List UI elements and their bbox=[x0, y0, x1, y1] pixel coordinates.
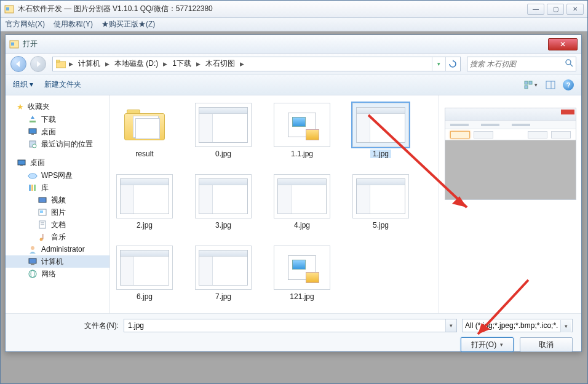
nav-item-user[interactable]: Administrator bbox=[6, 243, 109, 255]
file-item[interactable]: 1.1.jpg bbox=[274, 103, 330, 158]
chevron-right-icon[interactable]: ▶ bbox=[195, 61, 202, 67]
toolbar-newfolder[interactable]: 新建文件夹 bbox=[44, 79, 81, 90]
computer-icon bbox=[28, 257, 38, 266]
chevron-right-icon[interactable]: ▶ bbox=[68, 61, 74, 67]
nav-forward-button[interactable] bbox=[30, 56, 46, 72]
svg-rect-23 bbox=[20, 165, 23, 166]
breadcrumb-folder2[interactable]: 木石切图 bbox=[202, 57, 239, 71]
nav-item-computer[interactable]: 计算机 bbox=[6, 255, 109, 268]
menu-item-buy[interactable]: ★购买正版★(Z) bbox=[101, 19, 155, 30]
search-input[interactable] bbox=[470, 60, 565, 68]
download-icon bbox=[28, 114, 38, 124]
filetype-select[interactable]: All (*.jpg;*.jpeg;*.bmp;*.ico;*. ▾ bbox=[462, 319, 573, 332]
dialog-close-button[interactable]: ✕ bbox=[548, 38, 578, 50]
nav-item-label: 最近访问的位置 bbox=[41, 139, 93, 150]
file-name: 3.jpg bbox=[213, 221, 234, 230]
file-thumb bbox=[116, 103, 173, 147]
file-item[interactable]: 0.jpg bbox=[195, 103, 252, 158]
file-item[interactable]: 2.jpg bbox=[116, 174, 173, 230]
svg-rect-35 bbox=[42, 234, 44, 239]
nav-item-label: 音乐 bbox=[51, 232, 66, 242]
file-thumb bbox=[116, 246, 173, 290]
preview-pane-button[interactable] bbox=[543, 78, 558, 92]
file-thumb bbox=[274, 103, 330, 147]
file-name: 0.jpg bbox=[213, 150, 234, 158]
breadcrumb-folder1[interactable]: 1下载 bbox=[169, 57, 195, 71]
file-name: 1.1.jpg bbox=[288, 150, 316, 158]
nav-item-recent[interactable]: 最近访问的位置 bbox=[6, 138, 109, 150]
chevron-right-icon[interactable]: ▶ bbox=[104, 61, 111, 67]
refresh-button[interactable] bbox=[445, 57, 459, 71]
breadcrumb-computer[interactable]: 计算机 bbox=[74, 57, 104, 71]
search-icon[interactable] bbox=[565, 58, 573, 69]
documents-icon bbox=[38, 220, 47, 230]
nav-item-label: 桌面 bbox=[41, 127, 56, 137]
breadcrumb-dropdown[interactable]: ▾ bbox=[432, 57, 445, 71]
nav-item-label: 库 bbox=[41, 183, 49, 193]
maximize-button[interactable]: ▢ bbox=[547, 4, 564, 15]
search-box[interactable] bbox=[467, 57, 576, 71]
file-name: 121.jpg bbox=[287, 292, 316, 301]
filename-label: 文件名(N): bbox=[14, 321, 119, 331]
svg-rect-30 bbox=[40, 210, 43, 213]
nav-item-label: Administrator bbox=[41, 245, 85, 254]
nav-item-wps[interactable]: WPS网盘 bbox=[6, 169, 109, 182]
nav-item-libraries[interactable]: 库 bbox=[6, 182, 109, 194]
dialog-title: 打开 bbox=[23, 39, 536, 49]
file-item[interactable]: 5.jpg bbox=[352, 174, 409, 230]
nav-item-network[interactable]: 网络 bbox=[6, 268, 109, 280]
filename-input[interactable] bbox=[124, 319, 457, 332]
nav-item-videos[interactable]: 视频 bbox=[6, 194, 109, 206]
close-button[interactable]: ✕ bbox=[566, 4, 584, 15]
preview-main bbox=[445, 140, 576, 199]
chevron-right-icon[interactable]: ▶ bbox=[162, 61, 169, 67]
location-folder-icon bbox=[55, 58, 66, 70]
svg-marker-4 bbox=[16, 61, 20, 67]
file-item[interactable]: 4.jpg bbox=[274, 174, 330, 230]
nav-item-label: 视频 bbox=[51, 195, 66, 206]
open-button[interactable]: 打开(O)▾ bbox=[461, 337, 514, 352]
file-item[interactable]: 3.jpg bbox=[195, 174, 252, 230]
help-icon[interactable]: ? bbox=[563, 79, 574, 90]
svg-rect-14 bbox=[546, 81, 555, 89]
nav-item-pictures[interactable]: 图片 bbox=[6, 206, 109, 218]
nav-item-label: 图片 bbox=[51, 207, 66, 218]
minimize-button[interactable]: — bbox=[527, 4, 544, 15]
svg-line-10 bbox=[570, 64, 573, 66]
svg-point-39 bbox=[29, 270, 36, 278]
file-pane[interactable]: result0.jpg1.1.jpg1.jpg2.jpg3.jpg4.jpg5.… bbox=[110, 95, 439, 313]
filename-dropdown[interactable]: ▾ bbox=[445, 319, 456, 332]
cancel-button[interactable]: 取消 bbox=[520, 337, 573, 352]
nav-item-label: WPS网盘 bbox=[41, 170, 73, 181]
star-icon: ★ bbox=[17, 102, 24, 111]
menu-item-tutorial[interactable]: 使用教程(Y) bbox=[54, 19, 93, 30]
app-title: 木石软件开发 — 图片分割器 V1.10.1 QQ/微信：577122380 bbox=[18, 4, 527, 14]
navgroup-favorites[interactable]: ★收藏夹 bbox=[6, 100, 109, 113]
file-item[interactable]: result bbox=[116, 103, 173, 158]
file-item[interactable]: 7.jpg bbox=[195, 246, 252, 301]
dialog-titlebar[interactable]: 打开 ✕ bbox=[6, 35, 581, 54]
file-grid: result0.jpg1.1.jpg1.jpg2.jpg3.jpg4.jpg5.… bbox=[116, 103, 432, 301]
chevron-right-icon[interactable]: ▶ bbox=[239, 61, 245, 67]
svg-rect-25 bbox=[29, 185, 31, 191]
nav-back-button[interactable] bbox=[10, 56, 26, 72]
menu-item-website[interactable]: 官方网站(X) bbox=[6, 19, 45, 30]
nav-item-downloads[interactable]: 下载 bbox=[6, 113, 109, 126]
nav-item-documents[interactable]: 文档 bbox=[6, 218, 109, 231]
view-options-button[interactable]: ▾ bbox=[523, 78, 538, 92]
file-item[interactable]: 121.jpg bbox=[274, 246, 330, 301]
breadcrumb-bar[interactable]: ▶ 计算机 ▶ 本地磁盘 (D:) ▶ 1下载 ▶ 木石切图 ▶ ▾ bbox=[52, 57, 461, 71]
toolbar-organize[interactable]: 组织 ▾ bbox=[13, 79, 33, 90]
nav-item-music[interactable]: 音乐 bbox=[6, 231, 109, 243]
breadcrumb-drive[interactable]: 本地磁盘 (D:) bbox=[111, 57, 162, 71]
file-item[interactable]: 6.jpg bbox=[116, 246, 173, 301]
nav-item-desktop[interactable]: 桌面 bbox=[6, 126, 109, 138]
app-titlebar[interactable]: 木石软件开发 — 图片分割器 V1.10.1 QQ/微信：577122380 —… bbox=[1, 1, 587, 18]
pictures-icon bbox=[38, 207, 47, 217]
file-thumb bbox=[274, 246, 330, 290]
nav-item-label: 计算机 bbox=[41, 257, 63, 267]
navgroup-desktop[interactable]: 桌面 bbox=[6, 156, 109, 169]
file-item[interactable]: 1.jpg bbox=[352, 103, 409, 158]
music-icon bbox=[38, 232, 47, 242]
svg-rect-38 bbox=[31, 264, 34, 265]
